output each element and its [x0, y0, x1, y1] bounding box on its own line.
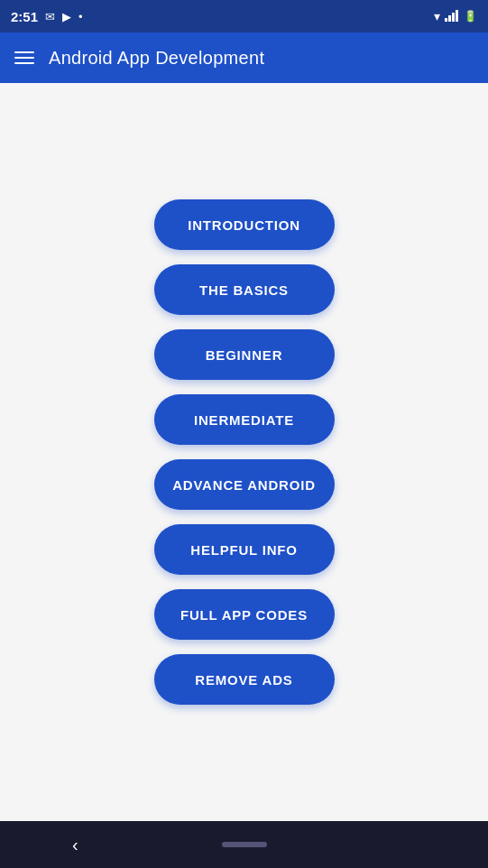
remove-ads-button[interactable]: REMOVE ADS [154, 654, 335, 705]
main-content: INTRODUCTION THE BASICS BEGINNER INERMED… [0, 83, 488, 821]
introduction-button[interactable]: INTRODUCTION [154, 199, 335, 250]
app-title: Android App Development [49, 48, 264, 69]
full-app-codes-button[interactable]: FULL APP CODES [154, 589, 335, 640]
hamburger-line-3 [14, 62, 34, 64]
email-icon: ✉ [45, 10, 55, 23]
buttons-container: INTRODUCTION THE BASICS BEGINNER INERMED… [154, 199, 335, 705]
hamburger-line-1 [14, 51, 34, 53]
svg-rect-0 [445, 18, 447, 22]
status-bar: 2:51 ✉ ▶ • ▾ 🔋 [0, 0, 488, 32]
advance-android-button[interactable]: ADVANCE ANDROID [154, 459, 335, 510]
dot-icon: • [78, 10, 83, 23]
bottom-nav: ‹ [0, 821, 488, 868]
app-bar: Android App Development [0, 32, 488, 83]
hamburger-line-2 [14, 57, 34, 59]
home-indicator[interactable] [222, 842, 267, 847]
the-basics-button[interactable]: THE BASICS [154, 264, 335, 315]
battery-icon: 🔋 [464, 10, 477, 23]
status-bar-right: ▾ 🔋 [434, 9, 477, 24]
play-icon: ▶ [62, 10, 71, 23]
svg-rect-3 [456, 10, 458, 22]
svg-rect-1 [448, 15, 451, 22]
hamburger-menu-icon[interactable] [14, 51, 34, 64]
intermediate-button[interactable]: INERMEDIATE [154, 394, 335, 445]
wifi-icon: ▾ [434, 9, 440, 23]
beginner-button[interactable]: BEGINNER [154, 329, 335, 380]
svg-rect-2 [452, 13, 455, 22]
signal-icon [445, 9, 459, 24]
status-time: 2:51 [11, 9, 38, 24]
back-button[interactable]: ‹ [72, 835, 78, 855]
status-bar-left: 2:51 ✉ ▶ • [11, 9, 83, 24]
helpful-info-button[interactable]: HELPFUL INFO [154, 524, 335, 575]
